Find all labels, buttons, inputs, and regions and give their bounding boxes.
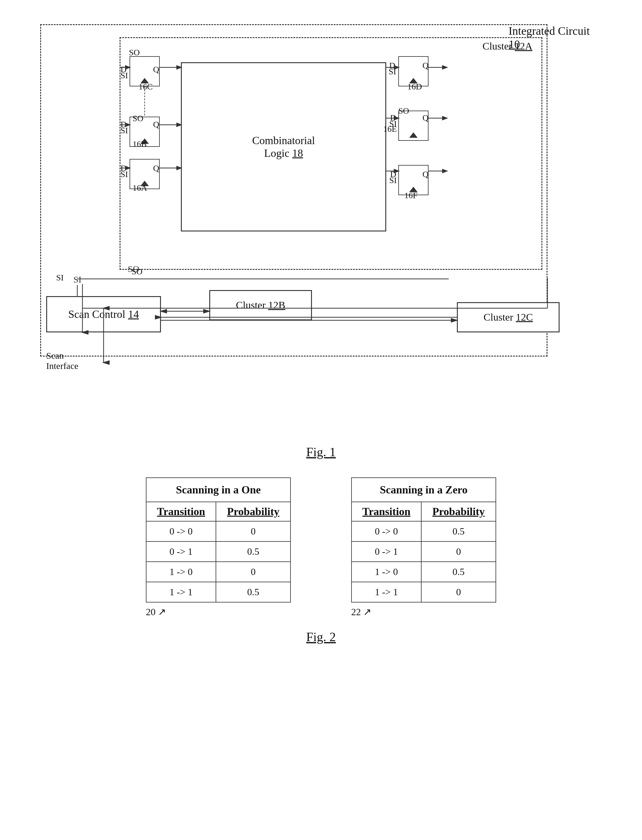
si-label-16c: SI (120, 71, 128, 80)
q-label-16e: Q (423, 113, 428, 123)
table-zero-col1-header: Transition (352, 502, 421, 521)
table-one-note: 20 ↗ (146, 606, 291, 617)
so-label-16e: SO (398, 106, 409, 116)
probability-cell: 0 (216, 562, 290, 582)
table-row: 1 -> 10.5 (146, 582, 290, 602)
table-one-col1-header: Transition (146, 502, 216, 521)
probability-cell: 0 (216, 521, 290, 541)
transition-cell: 1 -> 1 (352, 582, 421, 602)
table-scan-zero-wrapper: Scanning in a Zero Transition Probabilit… (351, 478, 496, 617)
table-scan-one: Scanning in a One Transition Probability… (146, 478, 291, 603)
transition-cell: 1 -> 0 (352, 562, 421, 582)
table-scan-zero: Scanning in a Zero Transition Probabilit… (351, 478, 496, 603)
cluster12b-box: Cluster 12B (209, 290, 312, 320)
ff-16f-label: 16F (404, 191, 418, 200)
fig2-label: Fig. 2 (24, 630, 618, 644)
q-label-16a: Q (153, 164, 159, 173)
probability-cell: 0.5 (421, 562, 496, 582)
transition-cell: 0 -> 1 (146, 541, 216, 562)
q-label-16d: Q (423, 61, 428, 70)
table-zero-header: Scanning in a Zero (352, 478, 496, 502)
si-main-label: SI (56, 273, 64, 283)
transition-cell: 0 -> 0 (146, 521, 216, 541)
probability-cell: 0.5 (421, 521, 496, 541)
table-row: 1 -> 00 (146, 562, 290, 582)
probability-cell: 0.5 (216, 541, 290, 562)
ff-16a-label: 16A (133, 183, 147, 193)
si-label-16f: SI (389, 175, 397, 185)
si-label-16e: SI (389, 119, 397, 129)
probability-cell: 0 (421, 582, 496, 602)
ff-16d-label: 16D (407, 82, 422, 91)
probability-cell: 0.5 (216, 582, 290, 602)
fig2-area: Scanning in a One Transition Probability… (24, 478, 618, 617)
scan-ctrl-box: Scan Control 14 (46, 296, 161, 332)
probability-cell: 0 (421, 541, 496, 562)
table-one-col2-header: Probability (216, 502, 290, 521)
table-row: 0 -> 00.5 (352, 521, 496, 541)
table-row: 0 -> 10.5 (146, 541, 290, 562)
so-main-label: SO (132, 267, 143, 276)
transition-cell: 1 -> 1 (146, 582, 216, 602)
cluster12a-label: Cluster 12A (483, 41, 532, 52)
fig1-diagram: Integrated Circuit 10 Cluster 12A Combin… (34, 18, 608, 465)
table-row: 1 -> 10 (352, 582, 496, 602)
comb-logic-box: CombinatorialLogic 18 (181, 62, 386, 231)
table-row: 0 -> 10 (352, 541, 496, 562)
transition-cell: 0 -> 0 (352, 521, 421, 541)
cluster12c-box: Cluster 12C (457, 302, 559, 332)
so-label-16c: SO (129, 48, 140, 57)
q-label-16b: Q (153, 120, 159, 129)
so-label-16b: SO (133, 114, 143, 123)
table-one-header: Scanning in a One (146, 478, 290, 502)
scan-interface-label: Scan Interface (46, 351, 78, 371)
q-label-16c: Q (153, 65, 159, 74)
cluster12a: Cluster 12A CombinatorialLogic 18 16C SO… (120, 37, 542, 270)
table-scan-one-wrapper: Scanning in a One Transition Probability… (146, 478, 291, 617)
fig1-label: Fig. 1 (306, 445, 336, 459)
table-zero-note: 22 ↗ (351, 606, 496, 617)
si-label-16a: SI (120, 169, 128, 179)
table-row: 0 -> 00 (146, 521, 290, 541)
table-zero-col2-header: Probability (421, 502, 496, 521)
si-label-16d: SI (389, 67, 396, 76)
table-row: 1 -> 00.5 (352, 562, 496, 582)
ff-16b-label: 16B (133, 139, 147, 149)
ff-16c-label: 16C (139, 82, 153, 91)
transition-cell: 0 -> 1 (352, 541, 421, 562)
q-label-16f: Q (423, 169, 428, 179)
transition-cell: 1 -> 0 (146, 562, 216, 582)
si-label-16b: SI (120, 126, 128, 135)
